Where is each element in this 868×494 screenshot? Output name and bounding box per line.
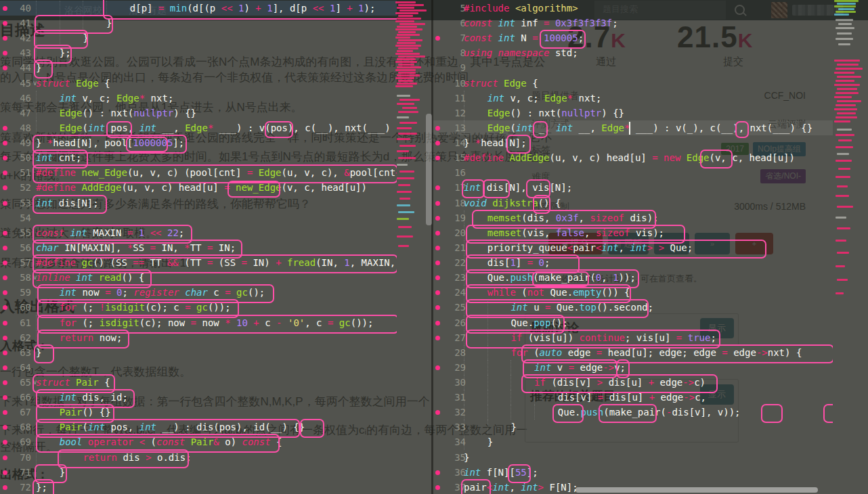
minimap-mark bbox=[397, 218, 409, 220]
minimap-mark bbox=[838, 139, 852, 141]
minimap-mark bbox=[399, 23, 425, 25]
minimap-mark bbox=[399, 198, 410, 200]
minimap-mark bbox=[399, 9, 427, 12]
annotation-box bbox=[227, 181, 280, 198]
minimap-mark bbox=[395, 61, 417, 63]
minimap-mark bbox=[397, 50, 413, 52]
minimap-mark bbox=[836, 116, 857, 118]
minimap-mark bbox=[837, 76, 861, 78]
minimap-mark bbox=[402, 107, 417, 109]
minimap-mark bbox=[395, 77, 414, 79]
annotation-box bbox=[126, 137, 168, 152]
annotation-box bbox=[483, 179, 510, 198]
minimap-mark bbox=[395, 1, 416, 3]
annotation-box bbox=[300, 419, 324, 438]
minimap-mark bbox=[397, 83, 417, 85]
minimap-mark bbox=[397, 42, 416, 44]
minimap-mark bbox=[398, 55, 425, 58]
minimap-mark bbox=[834, 108, 857, 110]
minimap-mark bbox=[398, 133, 417, 135]
minimap-mark bbox=[836, 265, 845, 267]
annotation-box bbox=[32, 195, 107, 214]
minimap-mark bbox=[838, 8, 854, 10]
annotation-box bbox=[461, 479, 491, 494]
minimap-mark bbox=[837, 100, 861, 102]
minimap-mark bbox=[397, 164, 408, 166]
minimap-mark bbox=[837, 32, 852, 35]
annotation-box bbox=[700, 150, 733, 169]
minimap-mark bbox=[397, 191, 412, 193]
annotation-box bbox=[761, 404, 783, 423]
minimap-mark bbox=[836, 11, 856, 13]
minimap-mark bbox=[398, 72, 416, 74]
minimap-mark bbox=[395, 69, 416, 71]
minimap-mark bbox=[836, 160, 852, 162]
minimap-mark bbox=[398, 184, 410, 186]
minimap-mark bbox=[837, 88, 857, 90]
minimap-mark bbox=[395, 45, 421, 47]
minimap-mark bbox=[397, 177, 414, 179]
minimap-mark bbox=[834, 14, 849, 16]
vertical-scrollbar[interactable] bbox=[426, 114, 432, 225]
minimap-mark bbox=[395, 12, 418, 14]
annotation-box bbox=[32, 164, 397, 183]
minimap-mark bbox=[837, 185, 848, 187]
annotation-box bbox=[32, 479, 54, 494]
minimap-mark bbox=[397, 127, 412, 129]
minimap-mark bbox=[837, 153, 849, 155]
annotation-box bbox=[823, 404, 833, 423]
minimap-mark bbox=[834, 120, 850, 122]
minimap-mark bbox=[398, 39, 422, 41]
screenshot-root: 洛谷网校 洛谷有题 2.7K 通过 21.5K 提交 目描述策同学特别喜欢逛公园… bbox=[0, 0, 868, 494]
minimap-mark bbox=[397, 66, 421, 68]
minimap-mark bbox=[837, 279, 848, 281]
minimap-mark bbox=[397, 18, 421, 20]
minimap-mark bbox=[838, 43, 850, 45]
minimap-mark bbox=[399, 122, 417, 124]
minimap-mark bbox=[395, 37, 410, 39]
minimap-mark bbox=[399, 145, 416, 147]
minimap-mark bbox=[836, 92, 859, 94]
annotation-box bbox=[462, 179, 485, 198]
minimap-mark bbox=[834, 60, 860, 62]
minimap-mark bbox=[837, 227, 850, 229]
annotation-box bbox=[506, 135, 531, 154]
minimap-mark bbox=[838, 23, 852, 25]
annotation-box bbox=[34, 60, 53, 78]
minimap-mark bbox=[397, 116, 409, 118]
minimap-mark bbox=[837, 206, 853, 208]
annotation-box bbox=[533, 121, 548, 138]
minimap-mark bbox=[395, 20, 414, 22]
minimap-mark bbox=[395, 85, 413, 87]
minimap-mark bbox=[398, 245, 409, 247]
minimap-mark bbox=[398, 111, 418, 113]
minimap-mark bbox=[836, 292, 844, 294]
annotation-box bbox=[34, 344, 54, 363]
annotation-box bbox=[103, 0, 397, 20]
minimap-mark bbox=[836, 195, 849, 197]
annotation-layer-right bbox=[433, 0, 833, 494]
minimap-mark bbox=[398, 15, 413, 17]
minimap-mark bbox=[836, 38, 853, 40]
annotation-box bbox=[58, 449, 189, 468]
annotation-box bbox=[508, 464, 531, 483]
minimap-mark bbox=[397, 103, 414, 105]
minimap-mark bbox=[834, 84, 860, 86]
minimap-mark bbox=[398, 64, 414, 66]
minimap-mark bbox=[399, 99, 420, 101]
minimap-right[interactable] bbox=[834, 0, 867, 494]
minimap-mark bbox=[399, 171, 414, 173]
minimap-left[interactable] bbox=[395, 0, 427, 494]
minimap-mark bbox=[398, 211, 414, 213]
minimap-mark bbox=[836, 146, 853, 148]
minimap-mark bbox=[398, 157, 416, 159]
minimap-mark bbox=[398, 31, 416, 33]
minimap-mark bbox=[398, 4, 424, 6]
minimap-mark bbox=[397, 74, 420, 76]
minimap-mark bbox=[836, 217, 846, 219]
minimap-mark bbox=[836, 240, 846, 242]
minimap-mark bbox=[834, 96, 852, 98]
minimap-mark bbox=[834, 72, 854, 74]
minimap-mark bbox=[397, 138, 410, 140]
minimap-mark bbox=[838, 168, 850, 170]
